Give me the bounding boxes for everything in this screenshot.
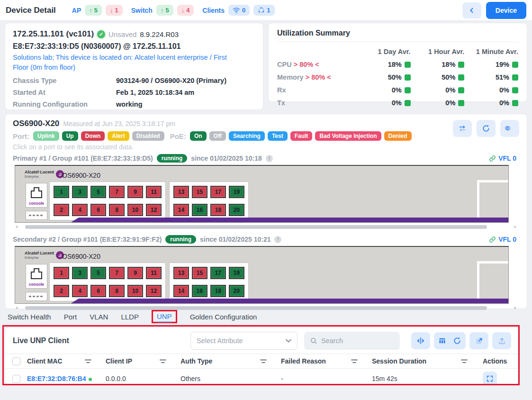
poe-status-badges: OnOffSearchingTestFaultBad Voltage Injec… xyxy=(190,131,412,141)
port-12[interactable]: 12 xyxy=(146,204,162,216)
port-13[interactable]: 13 xyxy=(173,186,189,198)
port-9[interactable]: 9 xyxy=(127,186,143,198)
firmware-version: 8.9.224.R03 xyxy=(140,30,179,38)
refresh-chassis-button[interactable] xyxy=(477,120,496,137)
scroll-left-arrow[interactable]: ◄ xyxy=(15,225,18,229)
settings-button[interactable]: ⚙⚙ xyxy=(500,120,519,137)
swap-icon xyxy=(458,124,467,133)
port-1[interactable]: 1 xyxy=(54,186,69,198)
select-all-checkbox[interactable] xyxy=(12,357,20,365)
port-8[interactable]: 8 xyxy=(109,285,125,297)
horizontal-scrollbar[interactable]: ◄► xyxy=(15,225,517,229)
port-6[interactable]: 6 xyxy=(90,285,106,297)
port-3[interactable]: 3 xyxy=(72,186,88,198)
console-port[interactable]: console xyxy=(26,183,47,208)
clients-mesh-badge: 1 xyxy=(253,5,274,16)
port-8[interactable]: 8 xyxy=(109,204,125,216)
port-15[interactable]: 15 xyxy=(192,267,207,279)
expand-row-button[interactable] xyxy=(483,372,497,386)
client-mac-link[interactable]: E8:E7:32:D8:76:B4 xyxy=(27,375,86,382)
columns-refresh-button[interactable] xyxy=(434,332,466,349)
info-icon[interactable]: ! xyxy=(266,155,273,162)
port-18[interactable]: 18 xyxy=(210,285,226,297)
scroll-right-arrow[interactable]: ► xyxy=(514,225,517,229)
device-location-link[interactable]: Solutions lab; This device is located on… xyxy=(13,53,240,73)
tab-unp[interactable]: UNP xyxy=(157,312,172,322)
column-header: Failed Reason xyxy=(281,357,372,365)
tab-port[interactable]: Port xyxy=(64,313,77,321)
port-10[interactable]: 10 xyxy=(127,285,143,297)
port-legend: Port: UplinkUpDownAlertDisabled PoE: OnO… xyxy=(13,131,519,141)
export-button[interactable] xyxy=(492,332,511,349)
port-16[interactable]: 16 xyxy=(192,285,207,297)
vfl-link[interactable]: VFL 0 xyxy=(489,155,516,162)
device-fields: Chassis Type903124-90 / OS6900-X20 (Prim… xyxy=(13,77,255,108)
port-17[interactable]: 17 xyxy=(210,267,226,279)
search-input[interactable] xyxy=(321,337,383,345)
attribute-select[interactable]: Select Attribute xyxy=(190,332,298,350)
filter-icon[interactable] xyxy=(260,357,267,365)
port-18[interactable]: 18 xyxy=(210,204,226,216)
filter-icon[interactable] xyxy=(461,357,468,365)
port-2[interactable]: 2 xyxy=(54,285,69,297)
open-external-button[interactable] xyxy=(469,332,488,349)
port-9[interactable]: 9 xyxy=(127,267,143,279)
port-15[interactable]: 15 xyxy=(192,186,207,198)
filter-icon[interactable] xyxy=(351,357,358,365)
port-6[interactable]: 6 xyxy=(90,204,106,216)
scroll-right-arrow[interactable]: ► xyxy=(514,306,517,310)
port-12[interactable]: 12 xyxy=(146,285,162,297)
port-19[interactable]: 19 xyxy=(229,186,244,198)
tab-switch-health[interactable]: Switch Health xyxy=(8,313,51,321)
device-button[interactable]: Device xyxy=(486,2,526,19)
vfl-link[interactable]: VFL 0 xyxy=(489,236,516,243)
port-7[interactable]: 7 xyxy=(109,186,125,198)
filter-icon[interactable] xyxy=(85,357,91,365)
info-icon[interactable]: ! xyxy=(274,236,281,243)
brand-name: Alcatel·Lucent xyxy=(25,251,54,256)
port-11[interactable]: 11 xyxy=(146,267,162,279)
port-10[interactable]: 10 xyxy=(127,204,143,216)
client-ip-cell: 0.0.0.0 xyxy=(106,375,180,382)
port-4[interactable]: 4 xyxy=(72,204,88,216)
tab-vlan[interactable]: VLAN xyxy=(90,313,108,321)
resize-columns-button[interactable] xyxy=(411,332,430,349)
port-4[interactable]: 4 xyxy=(72,285,88,297)
port-20[interactable]: 20 xyxy=(229,204,244,216)
open-external-icon xyxy=(475,337,483,345)
port-16[interactable]: 16 xyxy=(192,204,207,216)
port-7[interactable]: 7 xyxy=(109,267,125,279)
scrollbar-track[interactable] xyxy=(20,225,512,229)
port-13[interactable]: 13 xyxy=(173,267,189,279)
port-5[interactable]: 5 xyxy=(90,267,106,279)
chevron-left-icon xyxy=(468,7,476,14)
poe-status-badge: Bad Voltage Injection xyxy=(315,131,381,141)
port-20[interactable]: 20 xyxy=(229,285,244,297)
swap-view-button[interactable] xyxy=(453,120,472,137)
port-14[interactable]: 14 xyxy=(173,204,189,216)
tab-lldp[interactable]: LLDP xyxy=(121,313,139,321)
row-checkbox[interactable] xyxy=(12,375,20,383)
port-status-badge: Disabled xyxy=(132,131,164,141)
filter-icon[interactable] xyxy=(160,357,166,365)
port-row: 24681012 xyxy=(54,204,162,216)
status-square-icon xyxy=(458,100,464,106)
port-3[interactable]: 3 xyxy=(72,267,88,279)
port-1[interactable]: 1 xyxy=(54,267,69,279)
port-2[interactable]: 2 xyxy=(54,204,69,216)
port-19[interactable]: 19 xyxy=(229,267,244,279)
scrollbar-thumb[interactable] xyxy=(25,225,487,229)
console-port[interactable]: console xyxy=(26,264,47,289)
table-header-row: Client MACClient IPAuth TypeFailed Reaso… xyxy=(5,354,518,368)
columns-icon xyxy=(438,337,446,345)
util-value: 0% xyxy=(411,99,465,107)
port-11[interactable]: 11 xyxy=(146,186,162,198)
port-17[interactable]: 17 xyxy=(210,186,226,198)
util-value: 0% xyxy=(464,99,518,107)
port-14[interactable]: 14 xyxy=(173,285,189,297)
back-button[interactable] xyxy=(462,2,481,18)
port-5[interactable]: 5 xyxy=(90,186,106,198)
port-status-badge: Down xyxy=(81,131,105,141)
tab-golden-configuration[interactable]: Golden Configuration xyxy=(190,313,257,321)
device-field-label: Running Configuration xyxy=(13,100,116,108)
